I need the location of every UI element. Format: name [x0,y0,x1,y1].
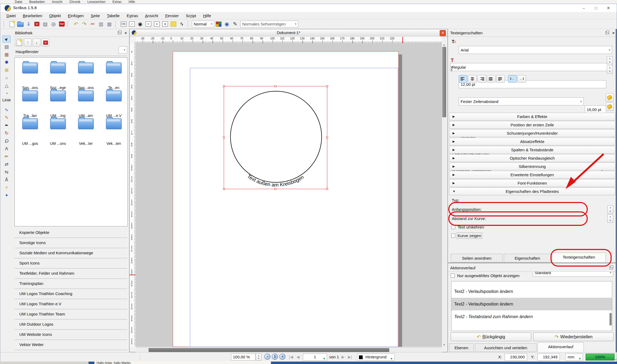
color-picker-tool[interactable]: ✦ [2,192,11,199]
pdf-list-box-icon[interactable]: ≣ [161,20,169,28]
library-category[interactable]: Trainingsplan [14,279,127,289]
library-folder[interactable]: Spo...ons [74,62,97,90]
history-entry[interactable]: Text2 - Textabstand zum Rahmen ändern [451,310,612,323]
preflight-verifier-icon[interactable]: ◎ [50,20,57,28]
library-category[interactable]: Soziale Medien und Kommunikationwege [14,248,127,258]
scroll-up-icon[interactable]: ▲ [442,43,446,47]
align-force-justify-button[interactable] [496,75,505,83]
cut-icon[interactable]: ✂ [89,20,96,28]
section-optischer-randausgleich[interactable]: ▶Optischer Randausgleich [449,154,615,162]
library-category[interactable]: Textfelder, Felder und Rahmen [14,269,127,279]
dock-splitter[interactable] [448,262,616,263]
selection-handle[interactable] [274,85,276,87]
pdf-link-icon[interactable]: ϟ [178,20,185,28]
history-entry[interactable]: Text2 - Verlaufsposition ändern [451,285,612,298]
menu-item-extras[interactable]: Extras [123,12,142,19]
library-category[interactable]: Vektor Wetter [14,340,127,350]
selection-handle[interactable] [223,85,225,87]
library-category[interactable]: Sport Icons [14,259,127,269]
library-move-up-button[interactable]: ↑ [24,39,32,46]
pdf-combo-box-icon[interactable]: ▾ [153,20,160,28]
library-category[interactable]: UM Outdoor Logos [14,320,127,330]
document-canvas[interactable]: Text außen am Kreisbogen [136,43,442,347]
library-items-area[interactable]: Son...onsSoz...egeSpo...onsTe...enTra...… [14,57,128,226]
insert-image-frame-tool[interactable]: ▦ [2,51,11,58]
save-document-icon[interactable]: ⇓ [25,20,32,28]
scrollbar-thumb[interactable] [609,313,612,325]
library-category[interactable]: Kopierte Objekte [14,228,127,238]
start-offset-spinner[interactable]: ▲▼ [607,205,613,214]
show-curve-checkbox[interactable] [451,234,455,238]
library-category[interactable]: UM Logos Triathlon e.V [14,299,127,309]
selection-handle[interactable] [326,188,328,190]
pdf-push-button-icon[interactable]: OK [120,20,127,28]
section-absatzeffekte[interactable]: ▶Absatzeffekte [449,138,615,145]
layer-combo[interactable]: Hintergrund ▼ [357,354,395,361]
align-left-button[interactable] [459,75,467,83]
zoom-100-icon[interactable]: 1 [272,354,278,360]
copy-item-properties-tool[interactable]: ✧ [2,184,11,191]
measurements-tool[interactable]: Å [2,176,11,183]
dock-tab-ebenen[interactable]: Ebenen [449,343,474,352]
menu-item-fenster[interactable]: Fenster [162,12,182,19]
zoom-out-icon[interactable]: − [264,354,270,360]
new-document-icon[interactable] [8,20,16,28]
menu-item-hilfe[interactable]: Hilfe [200,12,215,19]
open-document-icon[interactable] [17,20,24,28]
direction-left-to-right-button[interactable]: I→ [508,75,517,83]
section-schusterjungen-hurenkinder[interactable]: ▶Schusterjungen/Hurenkinder [449,129,615,137]
font-family-combo[interactable]: Arial▾ [459,46,612,54]
section-farben-effekte[interactable]: ▶Farben & Effekte [449,113,615,120]
panel-tab-seiten-anordnen[interactable]: Seiten anordnen [451,254,503,262]
menu-item-script[interactable]: Script [182,12,200,19]
menu-item-ansicht[interactable]: Ansicht [141,12,161,19]
library-category[interactable]: UM Website Icons [14,330,127,340]
section-silbentrennung[interactable]: ▶Silbentrennung [449,163,615,170]
font-size-spinner[interactable]: ▲▼ [607,56,613,64]
clear-paragraph-style-button[interactable] [606,93,614,102]
insert-table-tool[interactable]: ⊞ [2,67,11,74]
selection-handle[interactable] [223,188,225,190]
float-panel-icon[interactable] [118,31,121,34]
export-pdf-icon[interactable]: PDF [58,20,65,28]
section-eigenschaften-des-pfadtextes[interactable]: ▼ Eigenschaften des Pfadtextes [449,187,615,195]
pdf-text-field-icon[interactable]: ≡ [145,20,152,28]
library-folder[interactable]: Tra...lan [19,90,42,118]
zoom-level-field[interactable]: 100,00 % [231,354,256,361]
library-folder[interactable]: UM ...ons [46,118,69,146]
preview-mode-icon[interactable]: ◉ [223,20,230,28]
pdf-check-box-icon[interactable]: ✓ [128,20,135,28]
story-editor-tool[interactable]: ✏ [2,153,11,160]
first-page-icon[interactable]: |◀ [289,354,293,361]
vertical-ruler[interactable]: 01 02 03 04 05 06 07 08 09 01 0 01 1 01 … [130,43,136,347]
selection-handle[interactable] [326,85,328,87]
copy-icon[interactable]: ▥ [97,20,105,28]
zoom-in-icon[interactable]: + [279,354,285,360]
library-folder[interactable]: Vek...ter [74,118,97,146]
align-justify-button[interactable] [487,75,495,83]
selection-frame[interactable] [224,86,327,189]
library-category[interactable]: Sonstige Icons [14,238,127,248]
line-spacing-spinner[interactable]: ▲▼ [607,65,613,73]
scroll-down-icon[interactable]: ▼ [442,343,446,347]
insert-bezier-curve-tool[interactable]: ∿ [2,106,11,113]
float-panel-icon[interactable] [609,266,613,269]
section-spalten-textabst-nde[interactable]: ▶Spalten & Textabstände [449,146,615,154]
close-panel-icon[interactable]: × [612,31,615,35]
font-style-combo[interactable]: Regular▾ [450,63,612,71]
undo-button[interactable]: ↶Rückgängig [451,333,531,341]
panel-tab-texteigenschaften[interactable]: Texteigenschaften [552,253,606,262]
panel-tab-eigenschaften[interactable]: Eigenschaften [504,254,551,262]
scrollbar-thumb[interactable] [442,47,446,117]
menu-item-datei[interactable]: Datei [3,12,19,19]
dock-tab-aktionsverlauf[interactable]: Aktionsverlauf [538,342,584,352]
library-folder[interactable]: Son...ons [19,62,42,90]
print-document-icon[interactable]: ▤ [42,20,49,28]
close-document-icon[interactable]: × [33,20,41,28]
next-page-icon[interactable]: ▶ [341,354,345,361]
flip-text-checkbox[interactable] [451,225,455,229]
document-close-icon[interactable]: ✕ [440,30,446,36]
vertical-scrollbar[interactable]: ▲ ▼ [442,43,446,347]
rotate-item-tool[interactable]: ↻ [2,130,11,137]
insert-render-frame-tool[interactable]: ✺ [2,59,11,66]
